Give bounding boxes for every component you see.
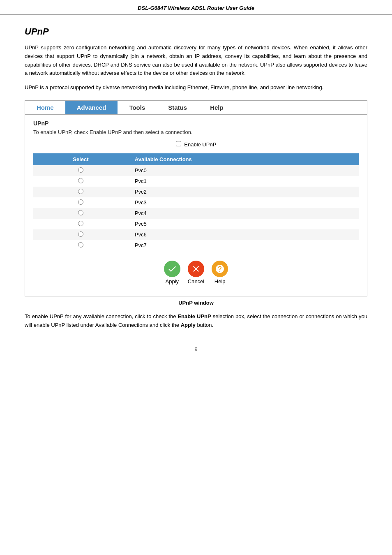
radio-pvc7[interactable] <box>78 242 83 247</box>
footer-bold-1: Enable UPnP <box>178 313 211 319</box>
apply-button[interactable]: Apply <box>164 261 180 284</box>
enable-upnp-checkbox[interactable] <box>176 141 181 146</box>
enable-upnp-row: Enable UPnP <box>33 141 359 148</box>
nav-item-status[interactable]: Status <box>157 101 198 114</box>
radio-cell-pvc6 <box>33 229 128 240</box>
panel-caption: UPnP window <box>25 300 367 306</box>
help-icon <box>212 261 228 277</box>
radio-cell-pvc0 <box>33 165 128 176</box>
table-row: Pvc3 <box>33 197 359 208</box>
nav-item-advanced[interactable]: Advanced <box>65 101 118 114</box>
apply-label: Apply <box>166 278 179 284</box>
page-title: UPnP <box>25 26 367 37</box>
nav-bar: Home Advanced Tools Status Help <box>25 101 367 115</box>
connection-label-pvc4: Pvc4 <box>128 208 359 219</box>
page-content: UPnP UPnP supports zero-configuration ne… <box>0 22 392 365</box>
table-row: Pvc2 <box>33 187 359 197</box>
table-row: Pvc1 <box>33 176 359 187</box>
radio-pvc6[interactable] <box>78 231 83 237</box>
page-number: 9 <box>25 346 367 352</box>
col-header-select: Select <box>33 153 128 165</box>
table-row: Pvc7 <box>33 240 359 251</box>
header-title: DSL-G684T Wireless ADSL Router User Guid… <box>138 5 254 11</box>
action-buttons-area: Apply Cancel Help <box>33 251 359 288</box>
connection-label-pvc3: Pvc3 <box>128 197 359 208</box>
description-paragraph-1: UPnP supports zero-configuration network… <box>25 44 367 78</box>
radio-pvc2[interactable] <box>78 189 83 194</box>
radio-cell-pvc7 <box>33 240 128 251</box>
connection-label-pvc6: Pvc6 <box>128 229 359 240</box>
radio-cell-pvc3 <box>33 197 128 208</box>
cancel-button[interactable]: Cancel <box>188 261 204 284</box>
nav-item-help[interactable]: Help <box>198 101 235 114</box>
radio-pvc4[interactable] <box>78 210 83 215</box>
table-row: Pvc5 <box>33 219 359 229</box>
connection-label-pvc1: Pvc1 <box>128 176 359 187</box>
connection-label-pvc2: Pvc2 <box>128 187 359 197</box>
col-header-connections: Available Connections <box>128 153 359 165</box>
cancel-label: Cancel <box>188 278 204 284</box>
apply-icon <box>164 261 180 277</box>
panel-body: UPnP To enable UPnP, check Enable UPnP a… <box>25 115 367 296</box>
help-button[interactable]: Help <box>212 261 228 284</box>
radio-pvc0[interactable] <box>78 167 83 173</box>
description-paragraph-2: UPnP is a protocol supported by diverse … <box>25 83 367 92</box>
radio-cell-pvc5 <box>33 219 128 229</box>
nav-item-home[interactable]: Home <box>25 101 65 114</box>
radio-cell-pvc4 <box>33 208 128 219</box>
radio-cell-pvc1 <box>33 176 128 187</box>
table-row: Pvc4 <box>33 208 359 219</box>
help-label: Help <box>214 278 226 284</box>
connection-label-pvc5: Pvc5 <box>128 219 359 229</box>
radio-cell-pvc2 <box>33 187 128 197</box>
connections-table: Select Available Connections Pvc0Pvc1Pvc… <box>33 153 359 251</box>
page-header: DSL-G684T Wireless ADSL Router User Guid… <box>0 0 392 15</box>
nav-item-tools[interactable]: Tools <box>118 101 157 114</box>
enable-upnp-label[interactable]: Enable UPnP <box>184 141 216 148</box>
footer-note: To enable UPnP for any available connect… <box>25 312 367 330</box>
table-row: Pvc0 <box>33 165 359 176</box>
radio-pvc1[interactable] <box>78 178 83 183</box>
connection-label-pvc0: Pvc0 <box>128 165 359 176</box>
radio-pvc5[interactable] <box>78 221 83 226</box>
radio-pvc3[interactable] <box>78 199 83 205</box>
table-row: Pvc6 <box>33 229 359 240</box>
panel-section-title: UPnP <box>33 120 359 127</box>
panel-instruction: To enable UPnP, check Enable UPnP and th… <box>33 129 359 135</box>
connection-label-pvc7: Pvc7 <box>128 240 359 251</box>
router-panel: Home Advanced Tools Status Help UPnP To … <box>25 100 367 296</box>
footer-bold-2: Apply <box>181 322 196 328</box>
table-header-row: Select Available Connections <box>33 153 359 165</box>
cancel-icon <box>188 261 204 277</box>
